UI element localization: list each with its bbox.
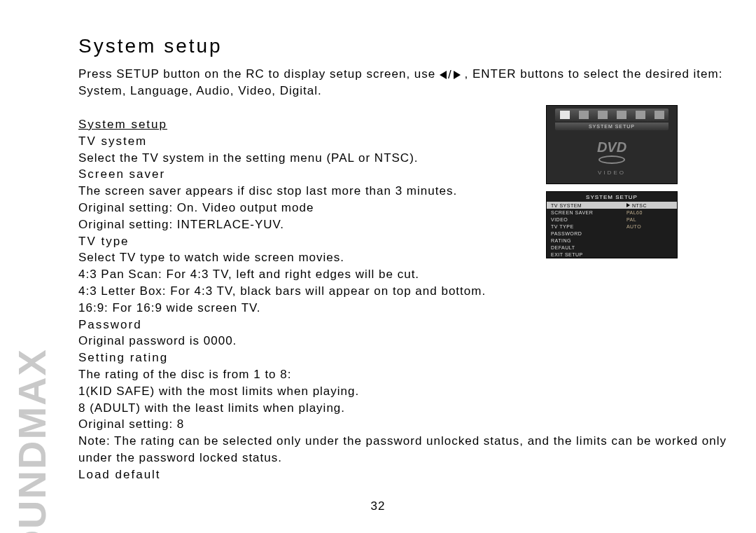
fig2-title: SYSTEM SETUP (547, 192, 677, 202)
load-default-heading: Load default (78, 468, 161, 481)
fig2-right-column: NTSC PAL60 PAL AUTO (622, 202, 677, 258)
section-heading: System setup (78, 118, 167, 131)
tv-type-text-1: Select TV type to watch wide screen movi… (78, 251, 344, 264)
fig2-menu: TV SYSTEM SCREEN SAVER VIDEO TV TYPE PAS… (547, 202, 677, 258)
extra-icon (654, 111, 664, 119)
option-ntsc-label: NTSC (632, 203, 647, 208)
digital-icon (636, 111, 645, 119)
audio-icon (598, 111, 608, 119)
setup-top-icon-bar (555, 109, 668, 121)
dvd-video-word: VIDEO (547, 169, 677, 176)
screen-saver-text-3: Original setting: INTERLACE-YUV. (78, 218, 284, 231)
tv-type-text-4: 16:9: For 16:9 wide screen TV. (78, 301, 261, 314)
content-area: System setup Press SETUP button on the R… (78, 35, 735, 483)
selection-arrow-icon (626, 203, 630, 207)
fig2-left-column: TV SYSTEM SCREEN SAVER VIDEO TV TYPE PAS… (547, 202, 622, 258)
tv-system-text: Select the TV system in the setting menu… (78, 151, 419, 165)
screen-saver-heading: Screen saver (78, 167, 165, 181)
menu-item-tv-system: TV SYSTEM (547, 202, 622, 209)
dvd-logo: DVD VIDEO (547, 139, 677, 176)
menu-item-exit-setup: EXIT SETUP (547, 251, 622, 258)
language-icon (579, 111, 589, 119)
intro-part-a: Press SETUP button on the RC to display … (78, 67, 440, 81)
triangle-left-icon (440, 71, 447, 79)
screen-saver-text-2: Original setting: On. Video output mode (78, 201, 314, 214)
figures-column: SYSTEM SETUP DVD VIDEO SYSTEM SETUP TV S… (546, 105, 678, 258)
triangle-right-icon (454, 71, 461, 79)
menu-item-screen-saver: SCREEN SAVER (547, 209, 622, 216)
rating-text-1: The rating of the disc is from 1 to 8: (78, 368, 291, 381)
password-text: Original password is 0000. (78, 334, 237, 347)
note-text: Note: The rating can be selected only un… (78, 434, 727, 464)
dvd-word: DVD (547, 139, 677, 155)
option-auto: AUTO (622, 223, 677, 230)
menu-item-default: DEFAULT (547, 244, 622, 251)
menu-item-password: PASSWORD (547, 230, 622, 237)
tv-type-text-2: 4:3 Pan Scan: For 4:3 TV, left and right… (78, 268, 419, 281)
page-title: System setup (78, 35, 735, 57)
dvd-disc-icon (598, 155, 625, 164)
rating-text-4: Original setting: 8 (78, 417, 184, 431)
menu-item-tv-type: TV TYPE (547, 223, 622, 230)
menu-item-rating: RATING (547, 237, 622, 244)
page-number: 32 (0, 499, 756, 513)
password-heading: Password (78, 318, 142, 331)
rating-heading: Setting rating (78, 351, 168, 364)
option-pal: PAL (622, 216, 677, 223)
menu-item-video: VIDEO (547, 216, 622, 223)
tv-type-text-3: 4:3 Letter Box: For 4:3 TV, black bars w… (78, 284, 486, 298)
setup-subtitle-bar: SYSTEM SETUP (555, 123, 668, 130)
left-right-arrows-icon: / (440, 67, 461, 83)
system-icon (560, 111, 570, 119)
rating-text-2: 1(KID SAFE) with the most limits when pl… (78, 385, 359, 398)
option-ntsc: NTSC (622, 202, 677, 209)
tv-type-heading: TV type (78, 235, 130, 248)
option-pal60: PAL60 (622, 209, 677, 216)
screen-saver-text-1: The screen saver appears if disc stop la… (78, 184, 457, 198)
video-icon (617, 111, 626, 119)
tv-system-heading: TV system (78, 134, 147, 148)
rating-text-3: 8 (ADULT) with the least limits when pla… (78, 401, 345, 415)
setup-screen-preview-2: SYSTEM SETUP TV SYSTEM SCREEN SAVER VIDE… (546, 191, 678, 258)
setup-screen-preview-1: SYSTEM SETUP DVD VIDEO (546, 105, 678, 184)
brand-sidebar: SOUNDMAX (7, 32, 56, 491)
